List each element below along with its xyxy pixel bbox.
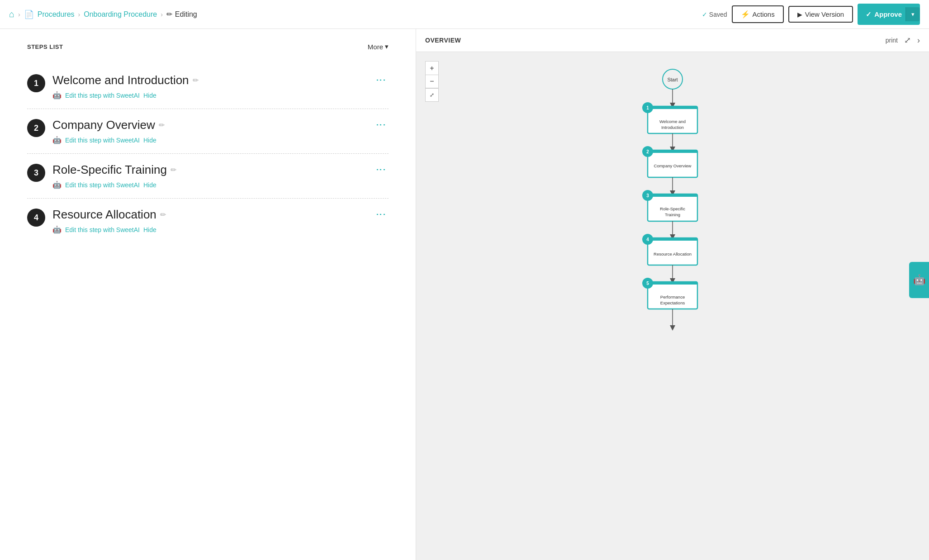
step-ai-icon-3: 🤖 [52, 180, 62, 189]
flowchart-svg: Start 1 Welcome and Introduction [623, 66, 722, 418]
step-number-1: 1 [27, 74, 45, 92]
step-content-2: Company Overview ✏ 🤖 Edit this step with… [52, 118, 165, 144]
actions-bolt-icon: ⚡ [741, 10, 750, 19]
step-item-2: 2 Company Overview ✏ 🤖 Edit this step wi… [27, 109, 389, 154]
overview-header: OVERVIEW print ⤢ › [416, 29, 929, 52]
step-name-4: Resource Allocation ✏ [52, 208, 166, 222]
step-box-5-label-2: Expectations [660, 300, 685, 305]
step-name-1: Welcome and Introduction ✏ [52, 73, 199, 87]
view-version-label: View Version [805, 10, 844, 18]
editing-label: Editing [175, 10, 197, 19]
steps-more-button[interactable]: More ▾ [368, 43, 389, 51]
view-version-button[interactable]: ▶ View Version [788, 6, 853, 23]
approve-dropdown-caret[interactable]: ▾ [905, 7, 920, 21]
breadcrumb-editing: ✏ Editing [166, 10, 197, 19]
step-box-5-label-1: Performance [660, 294, 685, 299]
start-node-label: Start [667, 77, 678, 82]
step-hide-link-3[interactable]: Hide [143, 181, 156, 189]
step-left-3: 3 Role-Specific Training ✏ 🤖 Edit this s… [27, 163, 176, 189]
overview-controls: print ⤢ › [886, 35, 920, 45]
more-label: More [368, 43, 383, 51]
header-actions: ✓ Saved ⚡ Actions ▶ View Version ✓ Appro… [702, 4, 920, 25]
step-badge-5-text: 5 [646, 281, 649, 286]
step-name-pencil-3[interactable]: ✏ [171, 166, 176, 174]
approve-label: Approve [874, 10, 902, 18]
step-menu-4[interactable]: ⋮ [373, 208, 389, 222]
step-name-pencil-1[interactable]: ✏ [193, 76, 199, 85]
step-item-3: 3 Role-Specific Training ✏ 🤖 Edit this s… [27, 154, 389, 199]
step-name-pencil-4[interactable]: ✏ [160, 210, 166, 219]
step-ai-icon-2: 🤖 [52, 136, 62, 144]
zoom-controls: + − ⤢ [425, 61, 439, 102]
step-hide-link-4[interactable]: Hide [143, 226, 156, 233]
flowchart-svg-container: Start 1 Welcome and Introduction [425, 61, 920, 418]
robot-side-button[interactable]: 🤖 [909, 262, 929, 298]
step-ai-link-3[interactable]: Edit this step with SweetAI [65, 181, 140, 189]
overview-title: OVERVIEW [425, 37, 461, 44]
saved-status: ✓ Saved [702, 11, 727, 18]
step-ai-row-4: 🤖 Edit this step with SweetAI Hide [52, 225, 166, 234]
main-layout: STEPS LIST More ▾ 1 Welcome and Introduc… [0, 29, 929, 560]
step-left-1: 1 Welcome and Introduction ✏ 🤖 Edit this… [27, 73, 199, 100]
editing-pencil-icon: ✏ [166, 10, 172, 19]
flowchart-area: + − ⤢ Start 1 Welcome and [416, 52, 929, 559]
steps-panel: STEPS LIST More ▾ 1 Welcome and Introduc… [0, 29, 416, 560]
step-row-2: 2 Company Overview ✏ 🤖 Edit this step wi… [27, 118, 389, 144]
saved-text: Saved [709, 11, 727, 18]
actions-button[interactable]: ⚡ Actions [732, 5, 784, 23]
breadcrumb-sep-1: › [18, 11, 20, 18]
step-box-4-top [648, 238, 697, 241]
step-badge-1-text: 1 [646, 105, 649, 110]
step-box-2-label: Company Overview [654, 163, 692, 168]
step-box-3-label-2: Training [665, 212, 680, 217]
zoom-out-button[interactable]: − [425, 75, 439, 88]
step-hide-link-2[interactable]: Hide [143, 137, 156, 144]
approve-main[interactable]: ✓ Approve [866, 10, 902, 19]
home-icon[interactable]: ⌂ [9, 9, 14, 19]
step-ai-row-1: 🤖 Edit this step with SweetAI Hide [52, 91, 199, 100]
step-number-2: 2 [27, 119, 45, 137]
approve-button-group[interactable]: ✓ Approve ▾ [858, 4, 920, 25]
overview-expand-icon[interactable]: ⤢ [904, 35, 911, 45]
step-row-4: 4 Resource Allocation ✏ 🤖 Edit this step… [27, 208, 389, 234]
step-row-1: 1 Welcome and Introduction ✏ 🤖 Edit this… [27, 73, 389, 100]
breadcrumb-sep-2: › [78, 11, 81, 18]
step-name-3: Role-Specific Training ✏ [52, 163, 176, 177]
step-number-3: 3 [27, 164, 45, 182]
header: ⌂ › 📄 Procedures › Onboarding Procedure … [0, 0, 929, 29]
overview-next-icon[interactable]: › [917, 36, 920, 45]
step-box-3-top [648, 194, 697, 197]
zoom-in-button[interactable]: + [425, 61, 439, 75]
step-box-1-top [648, 106, 697, 109]
step-box-4-label: Resource Allocation [654, 252, 692, 256]
step-badge-3-text: 3 [646, 193, 649, 198]
step-ai-row-3: 🤖 Edit this step with SweetAI Hide [52, 180, 176, 189]
step-left-2: 2 Company Overview ✏ 🤖 Edit this step wi… [27, 118, 165, 144]
breadcrumb-area: ⌂ › 📄 Procedures › Onboarding Procedure … [9, 9, 698, 19]
step-ai-link-2[interactable]: Edit this step with SweetAI [65, 137, 140, 144]
breadcrumb-procedure-name[interactable]: Onboarding Procedure [84, 10, 157, 19]
steps-list-title: STEPS LIST [27, 43, 63, 50]
step-content-4: Resource Allocation ✏ 🤖 Edit this step w… [52, 208, 166, 234]
step-box-2-top [648, 150, 697, 153]
step-hide-link-1[interactable]: Hide [143, 92, 156, 99]
zoom-fit-button[interactable]: ⤢ [425, 88, 439, 102]
step-badge-2-text: 2 [646, 149, 649, 154]
step-row-3: 3 Role-Specific Training ✏ 🤖 Edit this s… [27, 163, 389, 189]
step-box-3-label-1: Role-Specific [660, 206, 685, 211]
approve-check-icon: ✓ [866, 10, 872, 19]
step-name-2: Company Overview ✏ [52, 118, 165, 132]
breadcrumb-procedures[interactable]: Procedures [38, 10, 75, 19]
step-ai-link-1[interactable]: Edit this step with SweetAI [65, 92, 140, 99]
step-name-pencil-2[interactable]: ✏ [159, 121, 165, 129]
step-menu-3[interactable]: ⋮ [373, 163, 389, 177]
file-icon: 📄 [24, 9, 34, 19]
step-item-1: 1 Welcome and Introduction ✏ 🤖 Edit this… [27, 64, 389, 109]
breadcrumb-sep-3: › [161, 11, 163, 18]
step-menu-2[interactable]: ⋮ [373, 118, 389, 133]
step-ai-link-4[interactable]: Edit this step with SweetAI [65, 226, 140, 233]
overview-print-button[interactable]: print [886, 37, 898, 44]
step-menu-1[interactable]: ⋮ [373, 73, 389, 88]
actions-label: Actions [753, 10, 775, 18]
step-badge-4-text: 4 [646, 237, 649, 242]
